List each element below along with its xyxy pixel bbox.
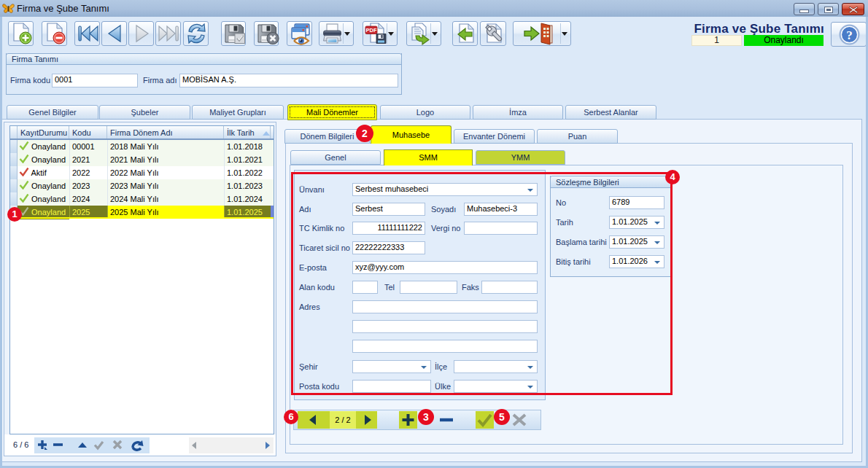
svg-text:PDF: PDF <box>366 27 377 34</box>
svg-text:?: ? <box>846 28 853 42</box>
